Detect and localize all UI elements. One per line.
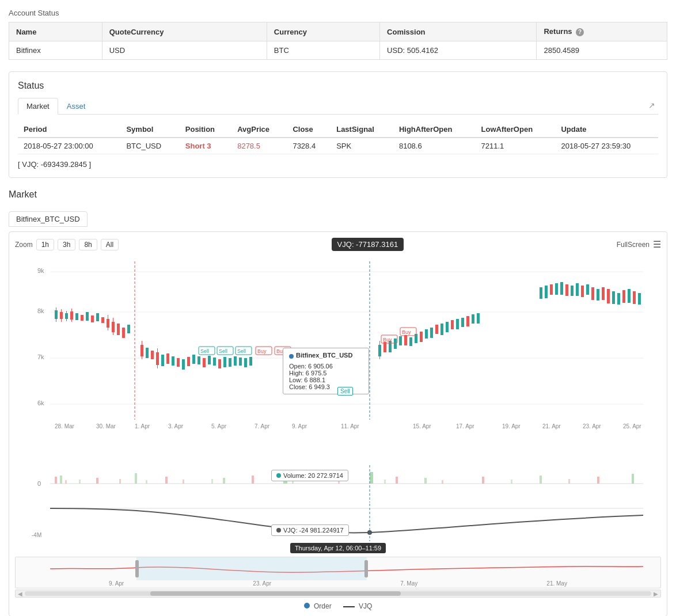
tabs-container: Market Asset ↗ Period Symbol Position Av…	[18, 98, 658, 169]
svg-rect-107	[638, 293, 641, 305]
svg-rect-129	[211, 479, 213, 484]
y-axis-7k: 7k	[37, 353, 44, 360]
account-status-section: Account Status Name QuoteCurrency Curren…	[9, 9, 667, 60]
svg-rect-37	[182, 359, 185, 370]
svg-rect-123	[632, 474, 634, 484]
status-position: Short 3	[180, 138, 231, 154]
svg-rect-119	[424, 478, 427, 484]
status-col-period: Period	[18, 121, 120, 138]
legend-order-dot	[304, 603, 310, 609]
svg-rect-39	[192, 355, 195, 364]
market-asset-tabs: Market Asset	[18, 98, 658, 115]
svg-rect-97	[586, 284, 589, 295]
y-axis-volume-0: 0	[37, 480, 41, 487]
zoom-8h-button[interactable]: 8h	[79, 239, 97, 250]
nav-label-9apr: 9. Apr	[109, 580, 124, 587]
svg-rect-117	[370, 472, 373, 484]
svg-rect-112	[135, 473, 137, 484]
svg-rect-81	[466, 316, 469, 326]
svg-rect-103	[617, 293, 620, 305]
x-label-25apr: 25. Apr	[623, 423, 641, 429]
x-label-17apr: 17. Apr	[456, 423, 474, 429]
navigator-x-labels: 9. Apr 23. Apr 7. May 21. May	[16, 580, 660, 587]
svg-rect-109	[55, 477, 57, 484]
navigator-svg	[16, 557, 660, 580]
svg-rect-100	[602, 287, 605, 300]
account-table: Name QuoteCurrency Currency Comission Re…	[9, 22, 667, 60]
svg-rect-92	[560, 282, 563, 295]
svg-rect-96	[581, 286, 584, 297]
vjq-value: [ VJQ: -693439.2845 ]	[18, 160, 658, 169]
svg-rect-90	[550, 284, 553, 295]
chart-outer: Zoom 1h 3h 8h All VJQ: -77187.3161 FullS…	[9, 231, 667, 616]
chart-tab-bitfinex[interactable]: Bitfinex_BTC_USD	[9, 211, 88, 227]
zoom-all-button[interactable]: All	[101, 239, 119, 250]
svg-rect-79	[456, 319, 459, 329]
legend-order: Order	[304, 602, 332, 610]
navigator-left-handle[interactable]	[135, 560, 139, 577]
svg-rect-133	[442, 480, 443, 484]
zoom-1h-button[interactable]: 1h	[36, 239, 54, 250]
chart-scrollbar[interactable]: ◀ ▶	[15, 590, 661, 598]
svg-rect-43	[213, 358, 216, 366]
svg-rect-15	[81, 315, 83, 321]
zoom-controls: Zoom 1h 3h 8h All	[15, 239, 119, 250]
expand-icon[interactable]: ↗	[648, 101, 655, 110]
chart-controls: Zoom 1h 3h 8h All VJQ: -77187.3161 FullS…	[15, 238, 661, 251]
status-table-row: 2018-05-27 23:00:00 BTC_USD Short 3 8278…	[18, 138, 658, 154]
col-header-returns: Returns ?	[537, 22, 667, 41]
svg-rect-124	[65, 480, 67, 484]
sell-labels: Sell Sell Sell	[199, 347, 252, 355]
x-label-23apr: 23. Apr	[583, 423, 601, 429]
hamburger-menu-icon[interactable]: ☰	[653, 239, 661, 250]
navigator-right-handle[interactable]	[364, 560, 368, 577]
account-quote-currency: USD	[102, 41, 267, 60]
svg-rect-35	[172, 356, 174, 366]
svg-rect-65	[383, 342, 386, 352]
date-tooltip: Thursday, Apr 12, 06:00–11:59	[290, 543, 386, 553]
account-returns: 2850.4589	[537, 41, 667, 60]
x-label-5apr: 5. Apr	[211, 423, 227, 429]
status-close: 7328.4	[287, 138, 331, 154]
svg-rect-91	[555, 283, 558, 295]
tab-market[interactable]: Market	[18, 98, 58, 115]
svg-rect-36	[177, 358, 180, 367]
chart-svg-container: 9k 8k 7k 6k	[15, 256, 661, 463]
svg-rect-134	[511, 480, 512, 484]
account-name: Bitfinex	[9, 41, 102, 60]
svg-rect-48	[239, 358, 242, 366]
svg-rect-135	[568, 479, 570, 484]
svg-rect-47	[234, 356, 237, 366]
vjq-header-tooltip: VJQ: -77187.3161	[332, 238, 404, 251]
svg-rect-89	[545, 286, 548, 298]
scroll-left-arrow[interactable]: ◀	[18, 591, 22, 597]
zoom-3h-button[interactable]: 3h	[58, 239, 75, 250]
svg-rect-40	[198, 356, 200, 364]
svg-rect-106	[633, 291, 636, 304]
svg-rect-70	[409, 337, 412, 346]
navigator-chart[interactable]: 9. Apr 23. Apr 7. May 21. May	[15, 557, 661, 588]
svg-rect-14	[75, 313, 78, 320]
fullscreen-button[interactable]: FullScreen	[617, 241, 650, 249]
svg-rect-49	[244, 358, 247, 367]
vjq-tooltip-dot	[276, 528, 281, 533]
scroll-right-arrow[interactable]: ▶	[654, 591, 658, 597]
account-row: Bitfinex USD BTC USD: 505.4162 2850.4589	[9, 41, 667, 60]
account-status-label: Account Status	[9, 9, 667, 17]
status-col-highafteropen: HighAfterOpen	[393, 121, 476, 138]
svg-rect-46	[229, 358, 231, 367]
svg-rect-73	[425, 329, 428, 339]
legend-vjq: VJQ	[343, 602, 373, 610]
returns-help-icon[interactable]: ?	[576, 28, 584, 36]
scroll-track	[25, 591, 651, 596]
y-axis-vjq-neg4m: -4M	[32, 532, 41, 538]
svg-rect-68	[399, 336, 402, 345]
volume-chart-container: 0	[15, 465, 661, 503]
scroll-thumb[interactable]	[150, 591, 401, 596]
tab-asset[interactable]: Asset	[58, 98, 94, 114]
candlestick-group-right: Buy Buy	[378, 282, 641, 359]
status-lowafteropen: 7211.1	[476, 138, 556, 154]
svg-text:Sell: Sell	[219, 348, 227, 354]
status-col-avgprice: AvgPrice	[231, 121, 287, 138]
date-tooltip-container: Thursday, Apr 12, 06:00–11:59	[15, 543, 661, 552]
